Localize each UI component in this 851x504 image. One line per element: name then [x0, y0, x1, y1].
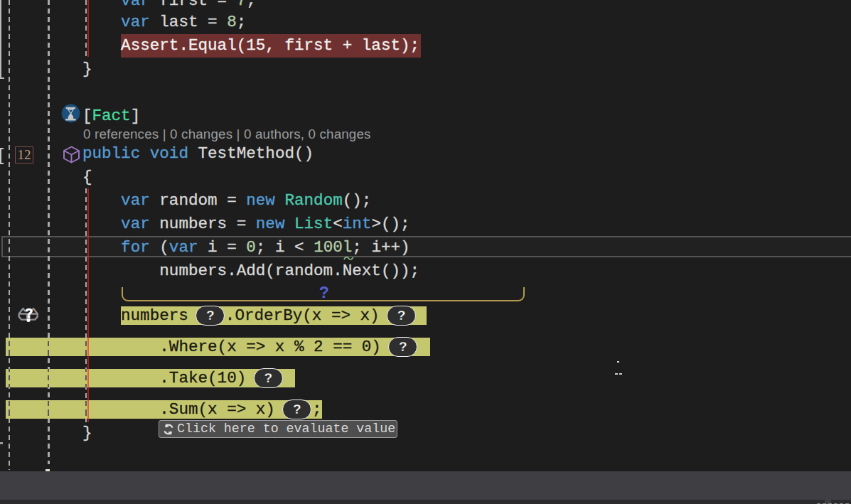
svg-text:?: ? [25, 306, 33, 321]
